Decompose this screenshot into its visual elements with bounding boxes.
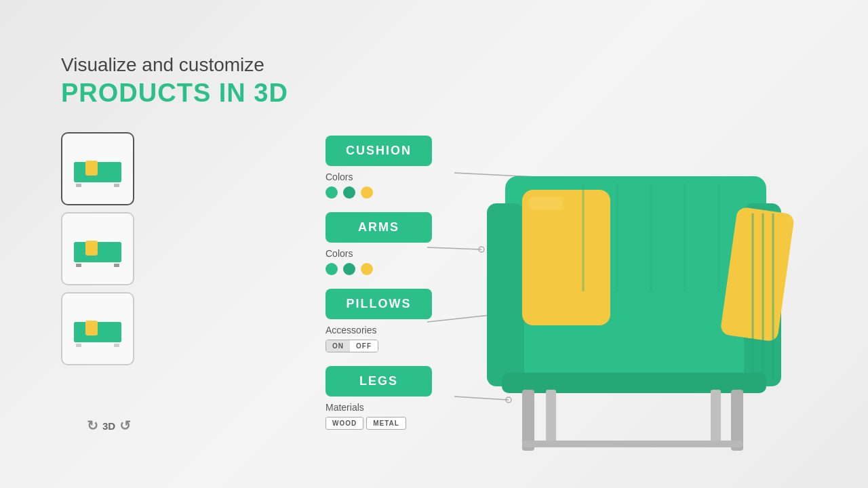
pillows-accessories-label: Accessories (326, 325, 432, 336)
arms-color-yellow[interactable] (361, 263, 373, 275)
pillows-button[interactable]: PILLOWS (326, 289, 432, 319)
header: Visualize and customize PRODUCTS IN 3D (61, 54, 288, 108)
svg-rect-12 (76, 264, 81, 267)
arms-group: ARMS Colors (326, 212, 432, 275)
svg-rect-6 (114, 184, 119, 187)
svg-rect-13 (114, 264, 119, 267)
svg-rect-31 (487, 203, 524, 386)
svg-rect-20 (114, 344, 119, 347)
controls-panel: CUSHION Colors ARMS Colors PILLOWS Acces… (326, 136, 432, 430)
cushion-colors-label: Colors (326, 171, 432, 182)
svg-rect-9 (113, 242, 121, 262)
label-3d: ↻ 3D ↺ (87, 418, 131, 434)
thumb-sofa-2 (71, 228, 125, 269)
svg-rect-37 (711, 390, 721, 447)
material-wood-button[interactable]: WOOD (326, 417, 363, 430)
cushion-color-yellow[interactable] (361, 186, 373, 199)
svg-rect-35 (546, 390, 556, 447)
cushion-group: CUSHION Colors (326, 136, 432, 199)
svg-rect-1 (74, 162, 82, 182)
arms-color-teal2[interactable] (343, 263, 355, 275)
material-metal-button[interactable]: METAL (366, 417, 406, 430)
svg-rect-38 (522, 441, 743, 447)
chair-svg (448, 108, 827, 461)
svg-rect-11 (85, 241, 98, 256)
page: Visualize and customize PRODUCTS IN 3D (0, 0, 868, 488)
thumb-sofa-3 (71, 308, 125, 349)
chair-illustration (448, 108, 827, 461)
thumbnail-1[interactable] (61, 132, 134, 205)
arms-color-teal[interactable] (326, 263, 338, 275)
svg-rect-19 (76, 344, 81, 347)
arms-color-dots (326, 263, 432, 275)
cushion-color-dots (326, 186, 432, 199)
svg-rect-4 (85, 161, 98, 176)
header-title: PRODUCTS IN 3D (61, 79, 288, 108)
thumbnail-2[interactable] (61, 212, 134, 285)
cushion-color-teal2[interactable] (343, 186, 355, 199)
thumbnail-list (61, 132, 134, 365)
svg-rect-33 (502, 373, 766, 393)
svg-rect-40 (529, 197, 563, 210)
cushion-color-teal[interactable] (326, 186, 338, 199)
pillows-toggle: ON OFF (326, 340, 378, 352)
header-subtitle: Visualize and customize (61, 54, 288, 76)
svg-rect-16 (113, 322, 121, 342)
toggle-off-button[interactable]: OFF (350, 340, 378, 352)
pillows-group: PILLOWS Accessories ON OFF (326, 289, 432, 352)
svg-rect-15 (74, 322, 82, 342)
svg-rect-2 (113, 162, 121, 182)
thumbnail-3[interactable] (61, 292, 134, 365)
svg-rect-8 (74, 242, 82, 262)
arms-colors-label: Colors (326, 248, 432, 259)
3d-text: 3D (102, 420, 115, 432)
toggle-on-button[interactable]: ON (326, 340, 350, 352)
rotate-icon: ↻ (87, 418, 98, 434)
cushion-button[interactable]: CUSHION (326, 136, 432, 166)
svg-rect-18 (85, 321, 98, 336)
thumb-sofa-1 (71, 148, 125, 189)
arms-button[interactable]: ARMS (326, 212, 432, 243)
legs-materials-label: Materials (326, 402, 432, 413)
rotate-icon-2: ↺ (119, 418, 131, 434)
legs-group: LEGS Materials WOOD METAL (326, 366, 432, 430)
svg-rect-5 (76, 184, 81, 187)
legs-button[interactable]: LEGS (326, 366, 432, 396)
legs-material-group: WOOD METAL (326, 417, 432, 430)
